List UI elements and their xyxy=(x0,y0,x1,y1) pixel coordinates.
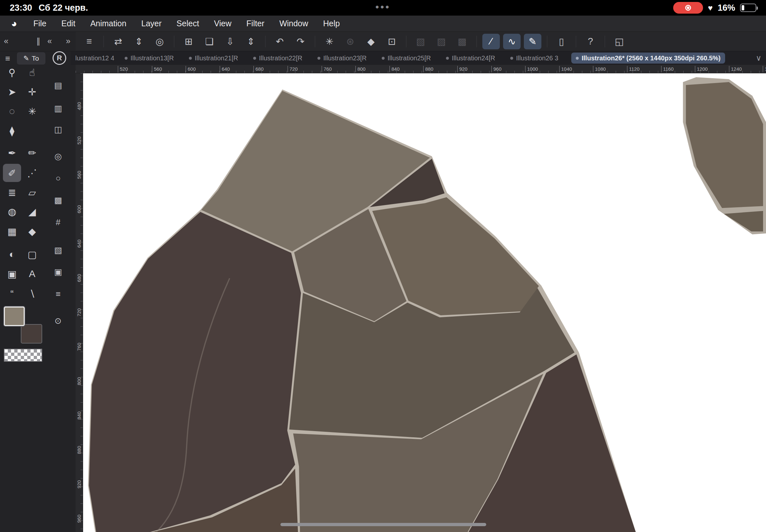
canvas-switch-button[interactable]: ⇄ xyxy=(109,34,127,49)
tool-zoom[interactable]: ⚲ xyxy=(3,63,21,81)
tab-illustration12[interactable]: lustration12 4 xyxy=(71,51,120,65)
tool-airbrush[interactable]: ⋰ xyxy=(23,164,41,182)
tab-illustration21[interactable]: Illustration21[R xyxy=(184,51,249,65)
open-file-button[interactable]: ❏ xyxy=(201,34,218,49)
clip-studio-button[interactable]: ◎ xyxy=(151,34,168,49)
menu-view[interactable]: View xyxy=(214,19,231,28)
tool-figure[interactable]: ▢ xyxy=(23,245,41,263)
ruler-pen-button[interactable]: ✎ xyxy=(524,34,541,49)
menu-file[interactable]: File xyxy=(33,19,46,28)
menu-select[interactable]: Select xyxy=(176,19,199,28)
companion-mode-button[interactable]: ▯ xyxy=(553,34,570,49)
tool-decoration[interactable]: ≣ xyxy=(3,183,21,201)
tab-overflow-chevron-icon[interactable]: ∨ xyxy=(756,54,761,63)
tool-net[interactable]: ▦ xyxy=(3,222,21,240)
select-transform-button[interactable]: ▨ xyxy=(433,34,450,49)
subtool-camera-3d[interactable]: ⊙ xyxy=(49,312,67,329)
subtool-layer-property[interactable]: ▥ xyxy=(49,100,67,117)
heart-icon: ♥ xyxy=(708,3,713,13)
fullscreen-button[interactable]: ◱ xyxy=(611,34,628,49)
drawing-canvas[interactable] xyxy=(83,73,766,532)
select-grid-button[interactable]: ▩ xyxy=(454,34,471,49)
ruler-label: 800 xyxy=(76,365,82,397)
foreground-color-swatch[interactable] xyxy=(4,307,25,326)
canvas-size-button[interactable]: ⇕ xyxy=(242,34,260,49)
tool-palette-tab[interactable]: ✎ To xyxy=(17,52,45,65)
tab-label: Illustration23[R xyxy=(323,54,366,62)
tool-operation[interactable]: ➤ xyxy=(3,83,21,101)
tool-line[interactable]: ∖ xyxy=(23,284,41,303)
tool-hand[interactable]: ☝ xyxy=(23,63,41,81)
pin-panel-icon[interactable]: ∥ xyxy=(36,36,41,46)
tool-auto-select[interactable]: ✳ xyxy=(23,102,41,120)
redo-button[interactable]: ↷ xyxy=(292,34,309,49)
battery-fill xyxy=(742,5,744,10)
palette-menu-icon[interactable]: ≡ xyxy=(5,54,10,64)
transparent-color-swatch[interactable] xyxy=(4,349,42,362)
ruler-label: 960 xyxy=(76,502,82,532)
tool-balloon[interactable]: “ xyxy=(3,284,21,303)
subtool-tone[interactable]: ▩ xyxy=(49,192,67,209)
snap-button[interactable]: ⊛ xyxy=(341,34,359,49)
clip-studio-paint-app: 23:30 Сб 22 черв. ••• ♥ 16% ◕ File Edit … xyxy=(0,0,766,532)
tool-text[interactable]: A xyxy=(23,265,41,283)
subtool-layer-stack[interactable]: ≡ xyxy=(49,285,67,302)
tool-frame-border[interactable]: ▣ xyxy=(3,265,21,283)
tool-lasso[interactable]: ◌ xyxy=(3,102,21,120)
expand-panel-icon[interactable]: » xyxy=(66,36,70,46)
tab-illustration13[interactable]: Illustration13[R xyxy=(120,51,184,65)
subtool-layer-thumbnail[interactable]: ▣ xyxy=(49,263,67,280)
tab-illustration25[interactable]: Illustration25[R xyxy=(377,51,442,65)
tool-blend[interactable]: ◍ xyxy=(3,202,21,221)
tab-illustration26-active[interactable]: Illustration26* (2560 x 1440px 350dpi 26… xyxy=(571,53,725,64)
crop-button[interactable]: ⊡ xyxy=(383,34,401,49)
tab-illustration26-3[interactable]: Illustration26 3 xyxy=(506,51,570,65)
tab-illustration22[interactable]: Illustration22[R xyxy=(249,51,313,65)
subtool-search-icon[interactable]: R xyxy=(53,51,66,65)
processing-button[interactable]: ✳ xyxy=(321,34,338,49)
tool-eraser[interactable]: ▱ xyxy=(23,183,41,201)
ruler-curve-button[interactable]: ∿ xyxy=(503,34,521,49)
home-indicator[interactable] xyxy=(280,523,486,526)
subtool-blend-drop[interactable]: ○ xyxy=(49,170,67,187)
subtool-layer-pen[interactable]: ▤ xyxy=(49,77,67,94)
corner-rock-tip xyxy=(724,211,763,231)
menu-edit[interactable]: Edit xyxy=(61,19,75,28)
tool-correction[interactable]: ◢ xyxy=(23,202,41,221)
subtool-quick-mask[interactable]: ◎ xyxy=(49,148,67,165)
tab-illustration23[interactable]: Illustration23[R xyxy=(313,51,377,65)
tool-gradient[interactable]: ◐ xyxy=(3,245,21,263)
clear-button[interactable]: ◆ xyxy=(362,34,380,49)
help-button[interactable]: ? xyxy=(582,34,599,49)
clip-studio-logo-icon[interactable]: ◕ xyxy=(11,18,17,30)
pencil-icon: ✎ xyxy=(23,54,29,62)
subtool-multi-layer[interactable]: ▧ xyxy=(49,242,67,259)
new-canvas-button[interactable]: ⊞ xyxy=(180,34,197,49)
tab-illustration24[interactable]: Illustration24[R xyxy=(442,51,506,65)
subtool-timeline[interactable]: # xyxy=(49,214,67,231)
ruler-label: 720 xyxy=(287,66,298,72)
tool-pencil[interactable]: ✏ xyxy=(23,144,41,162)
menu-filter[interactable]: Filter xyxy=(246,19,264,28)
shrink-panel-icon[interactable]: « xyxy=(47,36,52,46)
menu-window[interactable]: Window xyxy=(279,19,308,28)
tool-move-layer[interactable]: ✛ xyxy=(23,83,41,101)
tool-brush[interactable]: ✐ xyxy=(3,164,21,182)
menu-animation[interactable]: Animation xyxy=(90,19,126,28)
select-rect-button[interactable]: ▧ xyxy=(412,34,430,49)
tool-pen[interactable]: ✒ xyxy=(3,144,21,162)
subtool-layer-select[interactable]: ◫ xyxy=(49,121,67,138)
screen-record-pill[interactable] xyxy=(673,2,703,14)
tool-solid[interactable]: ◆ xyxy=(23,222,41,240)
main-menu-button[interactable]: ≡ xyxy=(80,34,98,49)
ruler-line-button[interactable]: ∕ xyxy=(482,34,500,49)
ruler-label: 880 xyxy=(76,434,82,466)
panel-toggle-button[interactable]: ⇕ xyxy=(130,34,148,49)
menu-layer[interactable]: Layer xyxy=(141,19,162,28)
background-color-swatch[interactable] xyxy=(21,324,42,344)
collapse-panel-icon[interactable]: « xyxy=(4,36,8,46)
tool-eyedropper[interactable]: ⧫ xyxy=(3,122,21,140)
menu-help[interactable]: Help xyxy=(323,19,340,28)
save-export-button[interactable]: ⇩ xyxy=(221,34,239,49)
undo-button[interactable]: ↶ xyxy=(271,34,288,49)
